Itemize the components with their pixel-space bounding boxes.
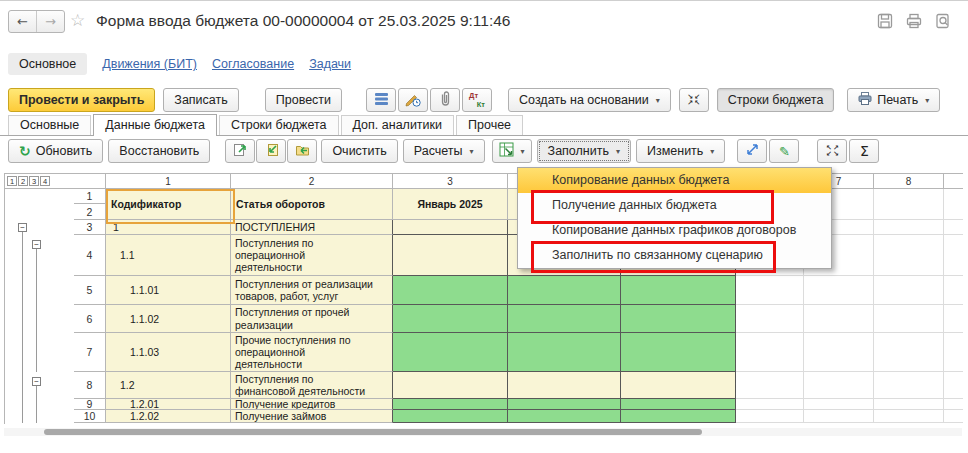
dtkt-button[interactable]: ДтКт [462, 88, 492, 112]
cell-empty-row10[interactable] [736, 410, 804, 423]
column-header-1[interactable]: 1 [106, 174, 231, 189]
forward-button[interactable]: → [36, 11, 64, 32]
row-header-5[interactable]: 5 [74, 276, 106, 305]
row-header-8[interactable]: 8 [74, 372, 106, 399]
post-and-close-button[interactable]: Провести и закрыть [8, 88, 155, 112]
expand-groups-button[interactable]: ↖↗↙↘ [817, 139, 847, 163]
collapse-groups-button[interactable]: ↘↙↗↖ [679, 88, 709, 112]
cell-article-row3[interactable]: ПОСТУПЛЕНИЯ [231, 220, 393, 235]
cell-code-row9[interactable]: 1.2.01 [106, 399, 231, 410]
cell-data-row7-col4[interactable] [508, 333, 621, 372]
cell-code-row5[interactable]: 1.1.01 [106, 276, 231, 305]
restore-button[interactable]: Восстановить [108, 139, 210, 163]
group-collapse-toggle[interactable]: − [32, 377, 41, 386]
navlink-tasks[interactable]: Задачи [309, 57, 351, 71]
menu-item-2[interactable]: Получение данных бюджета [518, 193, 831, 218]
refresh-button[interactable]: ↻ Обновить [8, 139, 103, 163]
cell-code-row10[interactable]: 1.2.02 [106, 410, 231, 423]
favorite-star-icon[interactable]: ☆ [70, 10, 85, 30]
print-button[interactable]: Печать▾ [847, 88, 940, 112]
cell-data-row9-col3[interactable] [393, 399, 508, 410]
tab-1[interactable]: Основные [8, 115, 91, 135]
cell-article-row6[interactable]: Поступления от прочей реализации [231, 305, 393, 333]
cell-empty-row7[interactable] [736, 333, 804, 372]
column-header-3[interactable]: 3 [393, 174, 508, 189]
cell-empty-row8[interactable] [804, 372, 874, 399]
navlink-approval[interactable]: Согласование [212, 57, 294, 71]
preview-icon[interactable] [934, 12, 952, 30]
menu-item-4[interactable]: Заполнить по связанному сценарию [518, 243, 831, 268]
cell-data-row9-col4[interactable] [508, 399, 621, 410]
cell-empty-row6[interactable] [736, 305, 804, 333]
cell-empty-row10[interactable] [944, 410, 963, 423]
calculations-button[interactable]: Расчеты▾ [403, 139, 485, 163]
change-button[interactable]: Изменить▾ [636, 139, 725, 163]
row-header-1[interactable]: 1 [74, 189, 106, 204]
cell-empty-row5[interactable] [874, 276, 944, 305]
row-header-4[interactable]: 4 [74, 235, 106, 276]
header-empty[interactable] [944, 189, 963, 220]
group-level-button-1[interactable]: 1 [7, 176, 17, 186]
cell-article-row10[interactable]: Получение займов [231, 410, 393, 423]
group-level-button-3[interactable]: 3 [29, 176, 39, 186]
cell-empty-row10[interactable] [804, 410, 874, 423]
resize-area-button[interactable] [737, 139, 767, 163]
cell-article-row5[interactable]: Поступления от реализации товаров, работ… [231, 276, 393, 305]
cell-empty-row9[interactable] [804, 399, 874, 410]
output-spreadsheet-button[interactable]: ▾ [492, 139, 532, 163]
cell-empty-row6[interactable] [944, 305, 963, 333]
cell-empty-row8[interactable] [944, 372, 963, 399]
cell-empty-row10[interactable] [874, 410, 944, 423]
cell-data-row5-col4[interactable] [508, 276, 621, 305]
cell-data-row6-col4[interactable] [508, 305, 621, 333]
edit-cell-button[interactable]: ✎ [769, 139, 799, 163]
create-based-on-button[interactable]: Создать на основании▾ [508, 88, 671, 112]
header-period-1[interactable]: Январь 2025 [393, 189, 508, 220]
cell-data-row9-col5[interactable] [621, 399, 736, 410]
cell-empty-row8[interactable] [874, 372, 944, 399]
row-header-10[interactable]: 10 [74, 410, 106, 423]
cell-article-row9[interactable]: Получение кредитов [231, 399, 393, 410]
cell-data-row6-col5[interactable] [621, 305, 736, 333]
cell-empty-row9[interactable] [736, 399, 804, 410]
cell-empty-row7[interactable] [874, 333, 944, 372]
tab-2[interactable]: Данные бюджета [93, 114, 217, 136]
save-button[interactable]: Записать [163, 88, 238, 112]
cell-data-row5-col5[interactable] [621, 276, 736, 305]
column-header-8[interactable]: 8 [874, 174, 944, 189]
back-button[interactable]: ← [9, 11, 36, 32]
cell-data-row8-col5[interactable] [621, 372, 736, 399]
cell-empty-row9[interactable] [944, 399, 963, 410]
cell-empty-row8[interactable] [736, 372, 804, 399]
autosum-button[interactable]: Σ [849, 139, 879, 163]
cell-empty-row5[interactable] [944, 276, 963, 305]
cell-empty-row3[interactable] [944, 220, 963, 235]
cell-code-row4[interactable]: 1.1 [106, 235, 231, 276]
horizontal-scrollbar-thumb[interactable] [44, 429, 702, 435]
cell-data-row10-col3[interactable] [393, 410, 508, 423]
cell-empty-row6[interactable] [874, 305, 944, 333]
cell-data-row7-col3[interactable] [393, 333, 508, 372]
row-header-3[interactable]: 3 [74, 220, 106, 235]
group-collapse-toggle[interactable]: − [18, 223, 27, 232]
row-header-6[interactable]: 6 [74, 305, 106, 333]
cell-data-row8-col3[interactable] [393, 372, 508, 399]
navlink-movements[interactable]: Движения (БИТ) [102, 57, 197, 71]
cell-empty-row7[interactable] [804, 333, 874, 372]
column-header-2[interactable]: 2 [231, 174, 393, 189]
cell-article-row4[interactable]: Поступления по операционной деятельности [231, 235, 393, 276]
import-data-button[interactable] [256, 139, 286, 163]
post-button[interactable]: Провести [265, 88, 342, 112]
cell-data-row8-col4[interactable] [508, 372, 621, 399]
navlink-main[interactable]: Основное [8, 53, 87, 75]
attachments-button[interactable] [430, 88, 460, 112]
edit-timestamp-button[interactable] [398, 88, 428, 112]
register-list-button[interactable] [366, 88, 396, 112]
row-header-7[interactable]: 7 [74, 333, 106, 372]
export-data-button[interactable] [225, 139, 255, 163]
cell-data-row7-col5[interactable] [621, 333, 736, 372]
cell-empty-row4[interactable] [874, 235, 944, 276]
cell-empty-row3[interactable] [874, 220, 944, 235]
tab-3[interactable]: Строки бюджета [219, 115, 339, 135]
menu-item-3[interactable]: Копирование данных графиков договоров [518, 218, 831, 243]
